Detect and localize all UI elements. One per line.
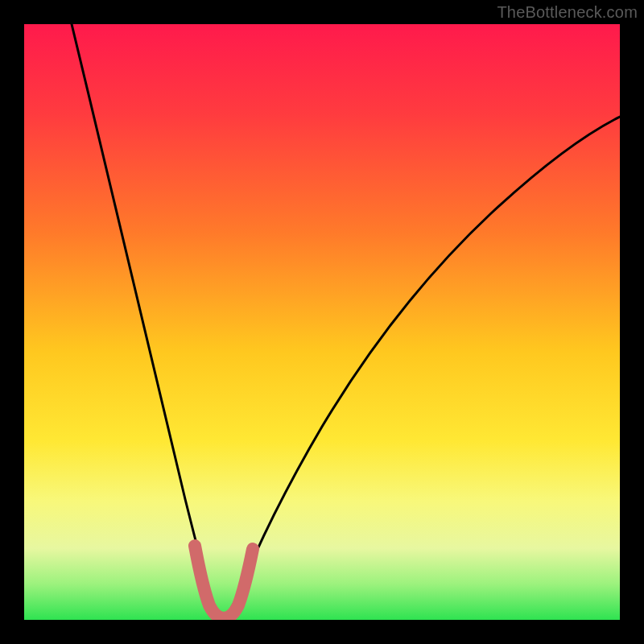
bottleneck-curve — [72, 24, 620, 617]
curves-layer — [24, 24, 620, 620]
sweet-spot-marker — [195, 546, 253, 618]
watermark-text: TheBottleneck.com — [497, 3, 638, 22]
plot-area — [24, 24, 620, 620]
chart-frame: TheBottleneck.com — [0, 0, 644, 644]
